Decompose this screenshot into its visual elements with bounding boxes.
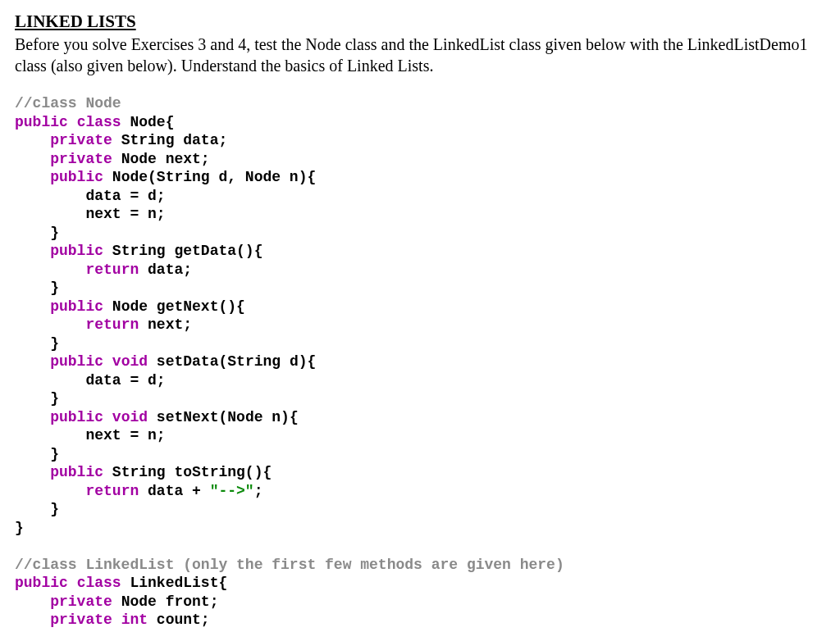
intro-paragraph: Before you solve Exercises 3 and 4, test… [15, 34, 825, 76]
code-token [15, 132, 50, 148]
code-token [15, 612, 50, 628]
code-line: } [15, 279, 825, 298]
code-token: setData(String d){ [148, 353, 316, 370]
code-token: private [50, 593, 112, 610]
code-line: } [15, 519, 825, 538]
code-token [15, 261, 85, 278]
code-token [15, 151, 50, 167]
code-token: LinkedList{ [121, 575, 228, 591]
code-line: return next; [15, 316, 825, 334]
code-line: //class LinkedList (only the first few m… [15, 556, 825, 575]
code-token: data = d; [15, 188, 166, 204]
code-token: } [15, 446, 59, 462]
code-line: } [15, 500, 825, 519]
code-token [103, 409, 112, 425]
code-token: public [15, 575, 68, 591]
code-token: private [50, 151, 112, 167]
code-token [15, 298, 50, 315]
code-token: public [50, 353, 103, 370]
code-token: //class Node [15, 95, 121, 111]
code-token: } [15, 390, 59, 407]
code-line: private String data; [15, 131, 825, 150]
code-line: next = n; [15, 426, 825, 445]
code-line: } [15, 445, 825, 464]
code-token: void [112, 409, 148, 425]
code-token: private [50, 612, 112, 628]
code-line: return data + "-->"; [15, 482, 825, 501]
code-token: public [50, 298, 103, 315]
code-line: public String getData(){ [15, 242, 825, 261]
section-heading: LINKED LISTS [15, 11, 825, 32]
code-token: } [15, 501, 59, 517]
code-token: class [77, 575, 121, 591]
code-token: //class LinkedList (only the first few m… [15, 557, 564, 573]
code-token [15, 316, 85, 333]
code-block: //class Nodepublic class Node{ private S… [15, 94, 825, 630]
code-token [15, 483, 85, 499]
code-token: setNext(Node n){ [148, 409, 299, 425]
code-token: data = d; [15, 372, 166, 389]
code-line: next = n; [15, 205, 825, 224]
code-token [103, 353, 112, 370]
code-token: public [50, 409, 103, 425]
code-token [15, 409, 50, 425]
code-token [68, 114, 77, 130]
code-token: public [50, 464, 103, 480]
code-token: } [15, 280, 59, 296]
code-token [15, 243, 50, 259]
code-token: return [85, 483, 139, 499]
code-token [15, 353, 50, 370]
code-token: Node{ [121, 114, 175, 130]
code-token: ; [254, 483, 263, 499]
code-line: public Node getNext(){ [15, 298, 825, 316]
code-line: public void setNext(Node n){ [15, 408, 825, 427]
code-line: public void setData(String d){ [15, 352, 825, 371]
code-token: int [121, 612, 148, 628]
code-token: } [15, 225, 59, 241]
code-token [15, 464, 50, 480]
code-line: return data; [15, 261, 825, 280]
code-token [15, 593, 50, 610]
code-token: void [112, 353, 148, 370]
code-token: next = n; [15, 427, 166, 443]
code-token: String data; [112, 132, 227, 148]
code-line: private int count; [15, 611, 825, 630]
code-token: count; [148, 612, 210, 628]
code-token: } [15, 520, 24, 536]
code-line: public class LinkedList{ [15, 574, 825, 593]
code-token: Node front; [112, 593, 219, 610]
code-token: Node next; [112, 151, 210, 167]
code-token [112, 612, 121, 628]
code-line: data = d; [15, 371, 825, 390]
code-line: } [15, 389, 825, 408]
code-token: public [15, 114, 68, 130]
code-line: private Node next; [15, 150, 825, 169]
code-token: public [50, 169, 103, 185]
code-token: String toString(){ [103, 464, 272, 480]
code-line [15, 537, 825, 556]
code-token: next; [139, 316, 192, 333]
code-token: class [77, 114, 121, 130]
code-token: return [85, 261, 139, 278]
code-token: private [50, 132, 112, 148]
code-line: private Node front; [15, 593, 825, 612]
code-line: } [15, 224, 825, 243]
code-token: return [85, 316, 139, 333]
code-line: public Node(String d, Node n){ [15, 168, 825, 187]
code-token: next = n; [15, 206, 166, 222]
code-token [15, 169, 50, 185]
code-line: public class Node{ [15, 113, 825, 132]
code-token: data + [139, 483, 209, 499]
code-line: } [15, 334, 825, 353]
code-line: public String toString(){ [15, 463, 825, 482]
code-token: Node getNext(){ [103, 298, 245, 315]
code-token: public [50, 243, 103, 259]
code-token: String getData(){ [103, 243, 262, 259]
code-token: data; [139, 261, 192, 278]
code-line: data = d; [15, 187, 825, 206]
code-token: Node(String d, Node n){ [103, 169, 316, 185]
code-token: } [15, 335, 59, 352]
code-line: //class Node [15, 94, 825, 113]
code-token: "-->" [210, 483, 254, 499]
code-token [68, 575, 77, 591]
